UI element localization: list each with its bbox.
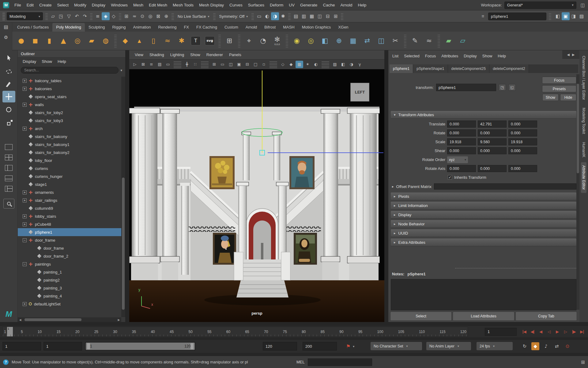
outliner-item[interactable]: painting_4 (18, 292, 121, 300)
svg-tool[interactable]: svg (203, 34, 216, 48)
menu-item[interactable]: Display (461, 52, 480, 61)
bookmarks-icon[interactable]: ▤ (156, 61, 164, 68)
menu-item[interactable]: Edit (24, 0, 36, 10)
node-label[interactable]: stair_railings (35, 198, 57, 203)
node-label[interactable]: stairs_for_balcony1 (35, 142, 70, 147)
xray-icon[interactable]: ▨ (331, 61, 339, 68)
oversampling-icon[interactable]: ∷ (191, 61, 199, 68)
script-editor-icon[interactable]: ⊞ (581, 359, 585, 365)
node-label[interactable]: ornaments (35, 190, 54, 195)
outliner-item[interactable]: stairs_for_balcony2 (18, 148, 121, 156)
shelf-menu-icon[interactable]: ▤ (4, 24, 8, 30)
node-label[interactable]: pSphere1 (35, 230, 52, 235)
scroll-right-icon[interactable]: ▶ (116, 318, 121, 321)
textured-icon[interactable]: ▦ (296, 61, 303, 68)
file-save-icon[interactable]: ▽ (65, 12, 73, 20)
split-bottom-layout[interactable] (4, 174, 14, 182)
shelf-tab[interactable]: FX (180, 23, 193, 32)
resolution-gate-icon[interactable]: ◫ (227, 61, 235, 68)
expand-toggle[interactable] (23, 222, 27, 226)
mel-command-input[interactable] (308, 358, 372, 366)
character-set-dropdown[interactable]: No Character Set ▾ (371, 342, 422, 350)
sidebar-tab[interactable]: HumanIK (581, 139, 586, 160)
separator[interactable] (218, 34, 221, 48)
separator[interactable] (90, 13, 92, 20)
separator[interactable] (438, 34, 440, 48)
sidebar-tab[interactable]: Attribute Editor (581, 162, 586, 193)
node-tab[interactable]: pSphere1 (390, 64, 413, 73)
viewport-canvas[interactable]: LEFT persp y x (129, 69, 384, 322)
open-node-icon[interactable]: ◱ (508, 84, 516, 91)
menu-item[interactable]: Generate (297, 0, 320, 10)
bookmark-icon[interactable]: ⚑ (346, 343, 350, 349)
menu-item[interactable]: File (12, 0, 24, 10)
separator[interactable] (201, 61, 209, 68)
poly-cube[interactable]: ◼ (29, 34, 42, 48)
workspace-dropdown[interactable]: General* ▾ (504, 2, 576, 9)
bridge[interactable]: ◫ (375, 34, 388, 48)
menu-item[interactable]: Panels (226, 50, 244, 59)
play-forwards-icon[interactable]: ▶ (553, 328, 561, 336)
poly-pyramid[interactable]: ▴ (133, 34, 146, 48)
menu-item[interactable]: Select (55, 0, 72, 10)
symmetry-dropdown[interactable]: Symmetry: Off ▾ (217, 12, 251, 20)
menu-item[interactable]: UV (286, 0, 297, 10)
shadows-icon[interactable]: ◐ (312, 61, 320, 68)
shelf-tab[interactable]: XGen (334, 23, 352, 32)
animation-start-field[interactable] (2, 342, 41, 351)
node-tab[interactable]: deleteComponent25 (448, 64, 490, 73)
node-label[interactable]: stairs_for_loby2 (35, 110, 63, 115)
expand-toggle[interactable] (23, 87, 27, 91)
menu-item[interactable]: Selected (401, 52, 422, 61)
separator[interactable] (174, 61, 181, 68)
node-label[interactable]: loby_floor (35, 158, 52, 163)
render-view-icon[interactable]: ▭ (255, 12, 263, 20)
transform-attributes-header[interactable]: ▾ Transform Attributes (391, 111, 576, 119)
separate[interactable]: ◎ (304, 34, 317, 48)
current-frame-field[interactable] (485, 328, 517, 336)
node-label[interactable]: stairs_for_balcony (35, 134, 67, 139)
outliner-item[interactable]: door_frame (18, 236, 121, 244)
sort-network-icon[interactable]: ◧ (554, 12, 562, 20)
single-pane-layout[interactable] (4, 143, 14, 151)
node-label[interactable]: stage1 (35, 182, 47, 187)
graph-editor-icon[interactable]: ⊟ (324, 12, 332, 20)
film-gate-icon[interactable]: ▭ (219, 61, 226, 68)
poly-torus[interactable]: ◎ (71, 34, 84, 48)
shelf-tab[interactable]: MASH (279, 23, 298, 32)
input-field-icon[interactable]: ⌗ (479, 12, 487, 20)
select-camera-icon[interactable]: ▷ (131, 61, 139, 68)
quick-selection-input[interactable] (488, 13, 546, 20)
node-label[interactable]: opera_seat_stairs (35, 94, 66, 99)
image-plane-icon[interactable]: ▭ (164, 61, 172, 68)
poly-pipe[interactable]: ▯ (147, 34, 160, 48)
node-tab[interactable]: pSphereShape1 (413, 64, 448, 73)
expand-toggle[interactable] (23, 190, 27, 194)
separator[interactable] (341, 13, 343, 20)
footer-button[interactable]: Copy Tab (515, 312, 577, 321)
expand-toggle[interactable] (23, 302, 27, 306)
expand-toggle[interactable] (23, 214, 27, 218)
attribute-field-y[interactable]: 0.000 (478, 129, 507, 136)
render-settings-icon[interactable]: ✱ (279, 12, 287, 20)
gate-mask-icon[interactable]: ▣ (235, 61, 243, 68)
reset-time-icon[interactable]: ◔ (257, 34, 270, 48)
menu-item[interactable]: Curves (227, 0, 245, 10)
outliner-vertical-scrollbar[interactable] (121, 77, 125, 317)
offset-parent-matrix-row[interactable]: ▸ Offset Parent Matrix (391, 183, 576, 190)
expand-toggle[interactable] (23, 79, 27, 83)
node-label[interactable]: painting_3 (43, 286, 62, 290)
attribute-field-z[interactable]: 0.000 (508, 129, 537, 136)
menu-item[interactable]: Modify (71, 0, 89, 10)
combine[interactable]: ◉ (290, 34, 303, 48)
collapsed-section-header[interactable]: ▸ UUID (391, 229, 576, 237)
field-chart-icon[interactable]: ⊟ (243, 61, 251, 68)
shelf-tab[interactable]: Custom (221, 23, 242, 32)
filter-dropdown-icon[interactable]: ▾ (120, 68, 122, 72)
outliner-item[interactable]: opera_seat_stairs (18, 93, 121, 101)
presets-button[interactable]: Presets (542, 85, 576, 92)
lights-icon[interactable]: ✶ (304, 61, 311, 68)
menu-item[interactable]: View (132, 50, 146, 59)
separator[interactable] (270, 61, 277, 68)
menu-item[interactable]: Surfaces (245, 0, 267, 10)
